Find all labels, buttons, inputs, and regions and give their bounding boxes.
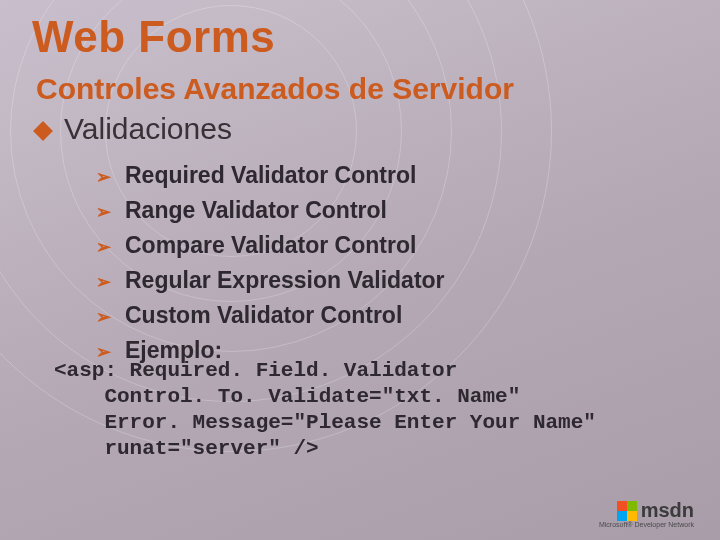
arrow-icon: ➢ <box>96 198 111 226</box>
logo-text: msdn <box>641 499 694 521</box>
slide-subtitle: Controles Avanzados de Servidor <box>36 72 514 106</box>
bullet-text: Required Validator Control <box>125 160 416 190</box>
list-item: ➢ Compare Validator Control <box>96 230 445 261</box>
msdn-logo: msdn Microsoft® Developer Network <box>617 499 694 522</box>
slide-title: Web Forms <box>32 12 275 62</box>
code-block: <asp: Required. Field. Validator Control… <box>54 358 596 462</box>
bullet-text: Custom Validator Control <box>125 300 402 330</box>
list-item: ➢ Required Validator Control <box>96 160 445 191</box>
bullet-text: Compare Validator Control <box>125 230 416 260</box>
arrow-icon: ➢ <box>96 268 111 296</box>
section-heading: Validaciones <box>36 112 232 146</box>
microsoft-flag-icon <box>617 501 637 521</box>
bullet-text: Regular Expression Validator <box>125 265 445 295</box>
section-heading-text: Validaciones <box>64 112 232 146</box>
arrow-icon: ➢ <box>96 163 111 191</box>
bullet-text: Range Validator Control <box>125 195 387 225</box>
list-item: ➢ Custom Validator Control <box>96 300 445 331</box>
list-item: ➢ Regular Expression Validator <box>96 265 445 296</box>
list-item: ➢ Range Validator Control <box>96 195 445 226</box>
slide: Web Forms Controles Avanzados de Servido… <box>0 0 720 540</box>
bullet-list: ➢ Required Validator Control ➢ Range Val… <box>96 160 445 370</box>
diamond-bullet-icon <box>33 121 53 141</box>
arrow-icon: ➢ <box>96 233 111 261</box>
arrow-icon: ➢ <box>96 303 111 331</box>
logo-subtext: Microsoft® Developer Network <box>599 521 694 528</box>
